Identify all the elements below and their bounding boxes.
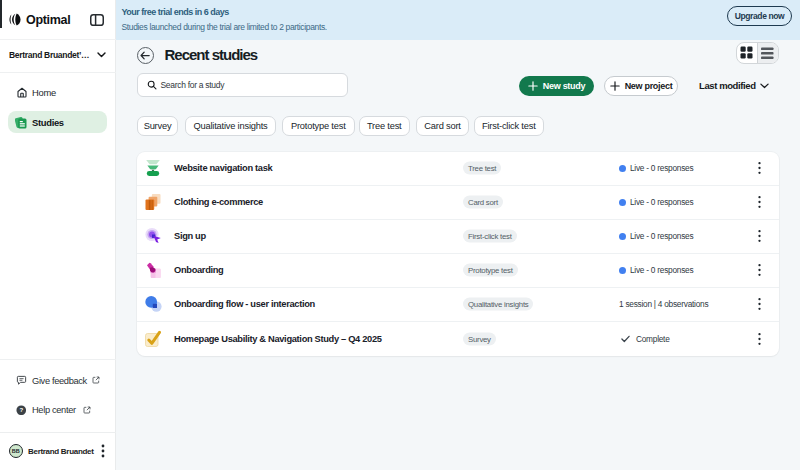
svg-text:?: ? [19,406,23,413]
